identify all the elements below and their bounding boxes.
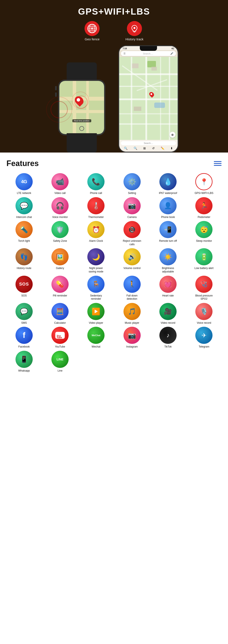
phone-network: 4G <box>171 48 174 50</box>
feature-phonebook: 👤 Phone book <box>150 197 185 219</box>
feature-icon-video-call: 📹 <box>51 173 69 190</box>
feature-label-heart: Heart rate <box>162 294 174 298</box>
feature-telegram: ✈ Telegram <box>186 327 221 348</box>
feature-camera: 📷 Camera <box>115 197 150 219</box>
feature-facebook: f Facebook <box>7 327 42 348</box>
phone-screen: 7:54 4G ☰ Search.... 🎤 <box>119 46 178 152</box>
feature-icon-wechat: WeChat <box>87 327 104 344</box>
feature-grid: 4G LTE network 📹 Video call 📞 Phone call… <box>7 173 221 373</box>
feature-icon-calc: 🧮 <box>51 303 69 320</box>
feature-music: 🎵 Music player <box>115 303 150 325</box>
sos-label: SOS <box>19 282 29 286</box>
feature-wechat: WeChat Wechat <box>78 327 113 348</box>
feature-icon-music: 🎵 <box>124 303 141 320</box>
phone-map: ⊕ <box>119 57 178 140</box>
safety-icon: 🛡️ <box>56 226 64 234</box>
feature-icon-sleep: 😴 <box>195 221 212 238</box>
feature-icon-gallery: 🖼️ <box>51 248 69 265</box>
phone: 7:54 4G ☰ Search.... 🎤 <box>118 45 179 152</box>
phone-bottom-bar: Search.... 🔍 🔍 ⊞ ↺ ✏️ ⬇ <box>119 140 178 152</box>
feature-icon-facebook: f <box>16 327 33 344</box>
feature-torch: 🔦 Torch light <box>7 221 42 246</box>
feature-icon-instagram: 📷 <box>124 327 141 344</box>
feature-safety: 🛡️ Safety Zone <box>42 221 77 246</box>
music-icon: 🎵 <box>128 308 136 315</box>
feature-label-intercom: Intercom chat <box>16 216 32 219</box>
feature-label-whatsapp: Whatsapp <box>18 369 30 373</box>
feature-label-phonebook: Phone book <box>161 216 175 219</box>
hamburger-line-1 <box>214 161 221 162</box>
vrec-icon: 🎥 <box>164 308 172 315</box>
feature-label-video-call: Video call <box>54 192 66 195</box>
feature-icon-intercom: 💬 <box>16 197 33 214</box>
feature-icon-pill: 💊 <box>51 276 69 293</box>
feature-icon-night: 🌙 <box>87 248 104 265</box>
search-icon: ☰ <box>124 52 126 55</box>
feature-icon-telegram: ✈ <box>195 327 212 344</box>
hamburger-line-3 <box>214 165 221 166</box>
feature-label-camera: Camera <box>127 216 137 219</box>
feature-icon-pedometer: 🏃 <box>195 197 212 214</box>
heart-icon: 💓 <box>164 280 172 288</box>
history-track-icon <box>127 21 142 36</box>
sedentary-icon: 🪑 <box>92 280 100 288</box>
feature-reject: 📵 Reject unknown calls <box>115 221 150 246</box>
feature-icon-gps: 📍 <box>195 173 212 190</box>
feature-label-pedometer: Pedometer <box>198 216 210 219</box>
facebook-letter: f <box>23 331 25 340</box>
feature-icon-torch: 🔦 <box>16 221 33 238</box>
phone-time: 7:54 <box>123 48 127 50</box>
feature-icon-blood: 🩺 <box>195 276 212 293</box>
feature-pedometer: 🏃 Pedometer <box>186 197 221 219</box>
feature-icon-vrec: 🎥 <box>159 303 177 320</box>
feature-icon-camera: 📷 <box>124 197 141 214</box>
feature-volume: 🔊 Volume control <box>115 248 150 273</box>
feature-icon-remote: 📲 <box>159 221 177 238</box>
feature-instagram: 📷 Instagram <box>115 327 150 348</box>
feature-label-calc: Calculator <box>54 321 66 325</box>
svg-point-7 <box>134 27 136 29</box>
feature-gallery: 🖼️ Gallery <box>42 248 77 273</box>
feature-sleep: 😴 Sleep monitor <box>186 221 221 246</box>
feature-remote: 📲 Remote turn off <box>150 221 185 246</box>
feature-label-telegram: Telegram <box>199 345 209 348</box>
feature-label-music: Music player <box>125 321 139 325</box>
search-bottom-placeholder: Search.... <box>144 142 153 144</box>
phone-bottom-search[interactable]: Search.... <box>121 141 176 145</box>
brightness-icon: ☀️ <box>164 253 172 261</box>
hamburger-menu-icon[interactable] <box>214 161 221 166</box>
geo-icons-row: Geo fence History track <box>4 21 224 41</box>
hamburger-line-2 <box>214 163 221 164</box>
grid-icon[interactable]: ⊞ <box>143 146 146 150</box>
feature-video-call: 📹 Video call <box>42 173 77 195</box>
feature-label-wechat: Wechat <box>92 345 100 348</box>
feature-pill: 💊 Pill reminder <box>42 276 77 301</box>
feature-label-thermometer: Thermometer <box>88 216 104 219</box>
phone-search-top[interactable]: ☰ Search.... 🎤 <box>121 51 176 56</box>
feature-icon-sedentary: 🪑 <box>87 276 104 293</box>
feature-icon-voicerec: 🎙️ <box>195 303 212 320</box>
watch-screen: Real time position <box>59 81 104 134</box>
zoom-in-icon[interactable]: 🔍 <box>124 146 128 150</box>
zoom-out-icon[interactable]: 🔍 <box>134 146 137 150</box>
watch-phone-row: Real time position 7:54 4G ☰ <box>4 45 224 152</box>
line-label: LINE <box>57 358 63 361</box>
feature-label-remote: Remote turn off <box>159 240 177 243</box>
download-icon[interactable]: ⬇ <box>170 146 173 150</box>
watch-band-bottom <box>67 133 97 152</box>
edit-icon[interactable]: ✏️ <box>161 146 164 150</box>
feature-heart: 💓 Heart rate <box>150 276 185 301</box>
feature-icon-battery: 🔋 <box>195 248 212 265</box>
feature-icon-volume: 🔊 <box>124 248 141 265</box>
feature-icon-thermometer: 🌡️ <box>87 197 104 214</box>
feature-icon-phonebook: 👤 <box>159 197 177 214</box>
refresh-icon[interactable]: ↺ <box>152 146 155 150</box>
real-time-label: Real time position <box>72 119 91 122</box>
feature-label-reject: Reject unknown calls <box>122 240 142 246</box>
feature-icon-fall: 🚶 <box>124 276 141 293</box>
feature-intercom: 💬 Intercom chat <box>7 197 42 219</box>
phone-bottom-icons: 🔍 🔍 ⊞ ↺ ✏️ ⬇ <box>121 146 176 150</box>
wechat-label: WeChat <box>92 334 100 336</box>
svg-text:Tube: Tube <box>57 336 62 339</box>
feature-setting: ⚙️ Setting <box>115 173 150 195</box>
